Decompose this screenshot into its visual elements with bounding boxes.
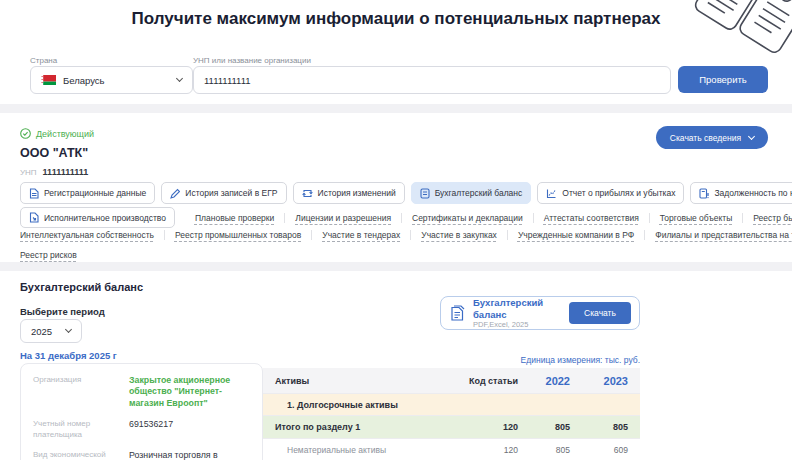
section-divider: [0, 104, 792, 113]
pencil-icon: [170, 188, 180, 199]
item-row-2022: 805: [530, 445, 582, 455]
balance-download-card: Бухгалтерский баланс PDF,Excel, 2025 Ска…: [440, 296, 640, 330]
link-rf-branches[interactable]: Филиалы и представительства на территори…: [645, 230, 792, 240]
document-icon: [29, 188, 39, 199]
company-name: ООО "АТК": [20, 146, 88, 160]
col-header-2022: 2022: [530, 375, 582, 387]
tab-label: Бухгалтерский баланс: [435, 188, 523, 198]
total-row-2023: 805: [582, 422, 640, 432]
col-header-assets: Активы: [263, 376, 445, 386]
tab-egr-history[interactable]: История записей в ЕГР: [161, 182, 286, 204]
org-card-value-payer-number: 691536217: [129, 419, 250, 430]
link-tenders[interactable]: Участие в тендерах: [312, 230, 411, 240]
total-row-2022: 805: [530, 422, 582, 432]
tab-tax-debt[interactable]: Задолженность по налогам: [690, 182, 792, 204]
table-row: 1. Долгосрочные активы: [263, 394, 640, 416]
tab-label: История изменений: [318, 188, 396, 198]
download-card-title: Бухгалтерский баланс: [473, 297, 561, 320]
link-certificates[interactable]: Сертификаты и декларации: [402, 213, 534, 223]
tabs-row-2: Исполнительное производство Плановые про…: [20, 207, 792, 228]
item-row-2023: 609: [582, 445, 640, 455]
page: Получите максимум информации о потенциал…: [0, 0, 792, 460]
tab-registration-data[interactable]: Регистрационные данные: [20, 182, 155, 204]
chevron-down-icon: [176, 75, 183, 82]
org-card-label: Вид экономической деятельности: [33, 450, 119, 460]
link-household-services[interactable]: Реестр бытовых услуг: [743, 213, 792, 223]
link-rf-companies[interactable]: Учрежденные компании в РФ: [508, 230, 645, 240]
tab-label: Исполнительное производство: [44, 213, 166, 223]
download-info-label: Скачать сведения: [670, 133, 741, 143]
organization-card: Организация Закрытое акционерное обществ…: [20, 363, 263, 460]
tab-balance-sheet[interactable]: Бухгалтерский баланс: [411, 182, 532, 204]
table-header-row: Активы Код статьи 2022 2023: [263, 368, 640, 394]
link-procurements[interactable]: Участие в закупках: [411, 230, 508, 240]
org-search-input[interactable]: [193, 66, 671, 94]
tab-label: Задолженность по налогам: [714, 188, 792, 198]
tabs-row-4: Реестр рисков: [20, 250, 87, 260]
total-row-code: 120: [445, 422, 530, 432]
balance-section-title: Бухгалтерский баланс: [20, 281, 143, 293]
item-row-name: Нематериальные активы: [263, 445, 445, 455]
section-row-name: 1. Долгосрочные активы: [263, 400, 445, 410]
tab-label: История записей в ЕГР: [185, 188, 277, 198]
table-row: Нематериальные активы 120 805 609: [263, 439, 640, 460]
country-select[interactable]: Беларусь: [30, 66, 193, 94]
check-circle-icon: [20, 128, 31, 139]
tab-label: Регистрационные данные: [44, 188, 146, 198]
download-card-subtitle: PDF,Excel, 2025: [473, 320, 561, 329]
link-trade-objects[interactable]: Торговые объекты: [650, 213, 744, 223]
chevron-down-icon: [748, 132, 755, 139]
org-card-label: Учетный номер плательщика: [33, 419, 119, 440]
download-card-text: Бухгалтерский баланс PDF,Excel, 2025: [473, 297, 561, 329]
country-label: Страна: [30, 56, 57, 65]
table-row: Итого по разделу 1 120 805 805: [263, 416, 640, 439]
download-info-button[interactable]: Скачать сведения: [656, 126, 768, 149]
status-label: Действующий: [36, 129, 94, 139]
tab-enforcement-proceedings[interactable]: Исполнительное производство: [20, 207, 175, 228]
balance-table: Активы Код статьи 2022 2023 1. Долгосроч…: [263, 368, 640, 460]
item-row-code: 120: [445, 445, 530, 455]
company-status: Действующий: [20, 128, 94, 139]
org-card-label: Организация: [33, 375, 119, 385]
document-icon: [449, 305, 465, 322]
period-label: Выберите период: [20, 306, 105, 317]
org-card-value-activity: Розничная торговля в неспециализированны…: [129, 450, 250, 460]
tab-label: Отчет о прибылях и убытках: [562, 188, 675, 198]
unit-of-measure-label: Единица измерения: тыс. руб.: [380, 355, 640, 365]
link-intellectual-property[interactable]: Интеллектуальная собственность: [20, 230, 165, 240]
unp-value: 1111111111: [43, 167, 89, 177]
tab-change-history[interactable]: История изменений: [293, 182, 405, 204]
link-licenses[interactable]: Лицензии и разрешения: [285, 213, 402, 223]
link-planned-inspections[interactable]: Плановые проверки: [185, 213, 285, 223]
balance-date-link[interactable]: На 31 декабря 2025 г: [20, 350, 117, 361]
total-row-name: Итого по разделу 1: [263, 422, 445, 432]
tabs-row-3: Интеллектуальная собственность Реестр пр…: [20, 230, 792, 240]
tax-debt-icon: [699, 188, 709, 199]
section-divider: [0, 262, 792, 271]
link-industrial-goods[interactable]: Реестр промышленных товаров: [165, 230, 312, 240]
balance-sheet-icon: [420, 188, 430, 199]
link-risk-register[interactable]: Реестр рисков: [20, 250, 87, 260]
history-loop-icon: [302, 188, 313, 199]
tabs-row-1: Регистрационные данные История записей в…: [20, 182, 792, 204]
check-button[interactable]: Проверить: [678, 66, 768, 93]
org-card-value-organization: Закрытое акционерное общество "Интернет-…: [129, 375, 250, 409]
chevron-down-icon: [65, 326, 72, 333]
col-header-2023: 2023: [582, 375, 640, 387]
download-balance-button[interactable]: Скачать: [569, 302, 631, 324]
period-select-value: 2025: [31, 326, 59, 337]
tab-profit-loss[interactable]: Отчет о прибылях и убытках: [537, 182, 684, 204]
country-select-value: Беларусь: [63, 75, 170, 86]
link-attestations[interactable]: Аттестаты соответствия: [534, 213, 650, 223]
company-unp: УНП 1111111111: [20, 167, 88, 177]
org-search-label: УНП или название организации: [193, 56, 311, 65]
exec-doc-icon: [29, 212, 39, 223]
col-header-code: Код статьи: [445, 376, 530, 386]
belarus-flag-icon: [41, 75, 56, 85]
chart-icon: [546, 188, 557, 199]
period-select[interactable]: 2025: [20, 319, 82, 343]
unp-label: УНП: [20, 168, 37, 177]
